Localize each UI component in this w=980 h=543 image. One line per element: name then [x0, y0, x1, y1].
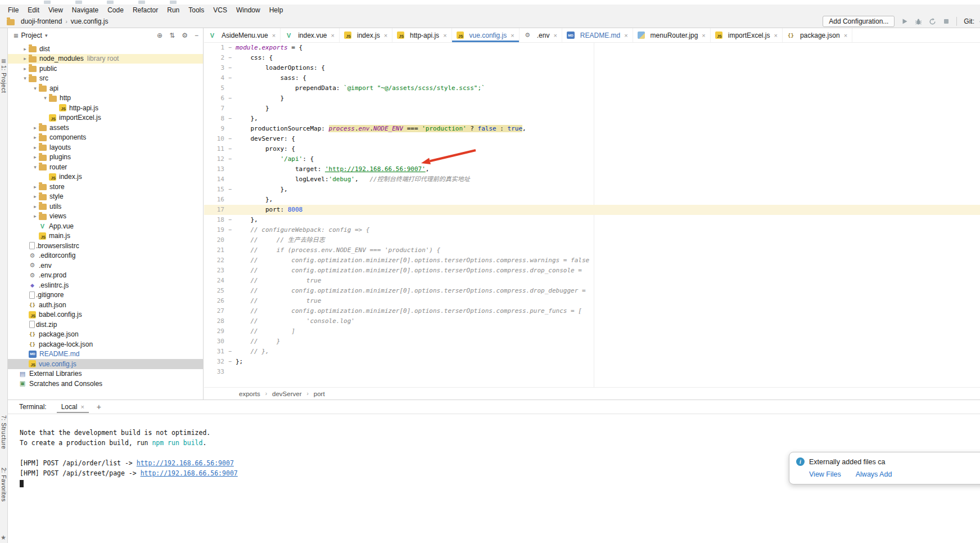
fold-icon[interactable]: − [224, 73, 236, 83]
chevron-collapsed-icon[interactable]: ▸ [21, 56, 29, 61]
code-line-20[interactable]: 20 // // 生产去除日志 [204, 235, 980, 245]
editor-tab-package-json[interactable]: {}package.json× [783, 28, 852, 42]
tree-item-store[interactable]: ▸store [8, 182, 203, 192]
fold-icon[interactable]: − [224, 114, 236, 124]
tree-item-plugins[interactable]: ▸plugins [8, 152, 203, 163]
close-tab-icon[interactable]: × [702, 32, 705, 39]
chevron-collapsed-icon[interactable]: ▸ [21, 46, 29, 52]
gear-icon[interactable]: ⚙ [182, 32, 188, 39]
tree-item-api[interactable]: ▾api [8, 83, 203, 93]
tool-strip-project[interactable]: 1: Project [1, 65, 7, 93]
project-panel-title[interactable]: Project [21, 32, 42, 39]
fold-icon[interactable]: − [224, 225, 236, 235]
editor-tab-asidemenu-vue[interactable]: VAsideMenu.vue× [204, 28, 281, 42]
menu-window[interactable]: Window [232, 5, 265, 15]
editor-tab-index-vue[interactable]: Vindex.vue× [281, 28, 340, 42]
tree-item-vue-config-js[interactable]: JSvue.config.js [8, 359, 203, 369]
tree-item-http-api-js[interactable]: JShttp-api.js [8, 103, 203, 113]
fold-icon[interactable]: − [224, 185, 236, 195]
new-terminal-icon[interactable]: + [97, 402, 101, 411]
tool-strip-structure[interactable]: 7: Structure [1, 415, 7, 449]
code-line-33[interactable]: 33 [204, 367, 980, 377]
menu-code[interactable]: Code [103, 5, 128, 15]
fold-icon[interactable]: − [224, 63, 236, 73]
editor-tab-importexcel-js[interactable]: JSimportExcel.js× [711, 28, 783, 42]
tree-item-utils[interactable]: ▸utils [8, 201, 203, 212]
tree-item-app-vue[interactable]: VApp.vue [8, 221, 203, 231]
code-line-18[interactable]: 18− }, [204, 215, 980, 225]
fold-icon[interactable]: − [224, 357, 236, 367]
code-line-10[interactable]: 10− devServer: { [204, 134, 980, 144]
tree-item-src[interactable]: ▾src [8, 74, 203, 84]
menu-navigate[interactable]: Navigate [67, 5, 103, 15]
chevron-collapsed-icon[interactable]: ▸ [31, 213, 39, 219]
fold-icon[interactable]: − [224, 347, 236, 357]
tree-item-package-lock-json[interactable]: {}package-lock.json [8, 339, 203, 349]
close-tab-icon[interactable]: × [272, 32, 276, 39]
chevron-collapsed-icon[interactable]: ▸ [31, 125, 39, 131]
menu-tools[interactable]: Tools [184, 5, 209, 15]
menu-help[interactable]: Help [265, 5, 288, 15]
tree-item-browserslistrc[interactable]: .browserslistrc [8, 241, 203, 251]
code-line-21[interactable]: 21 // if (process.env.NODE_ENV === 'prod… [204, 245, 980, 255]
code-line-8[interactable]: 8− }, [204, 114, 980, 124]
tree-item-assets[interactable]: ▸assets [8, 123, 203, 133]
code-line-2[interactable]: 2− css: { [204, 53, 980, 63]
breadcrumb-devserver[interactable]: devServer [272, 391, 301, 397]
tree-item-editorconfig[interactable]: ⚙.editorconfig [8, 251, 203, 261]
add-configuration-button[interactable]: Add Configuration... [823, 16, 895, 27]
code-line-31[interactable]: 31− // }, [204, 347, 980, 357]
close-tab-icon[interactable]: × [443, 32, 446, 39]
tree-item-dist-zip[interactable]: dist.zip [8, 320, 203, 330]
tree-item-env-prod[interactable]: ⚙.env.prod [8, 271, 203, 281]
tree-item-package-json[interactable]: {}package.json [8, 330, 203, 340]
code-line-13[interactable]: 13 target: 'http://192.168.66.56:9007', [204, 164, 980, 174]
project-view-icon[interactable]: ▦ [13, 33, 19, 38]
view-files-link[interactable]: View Files [809, 470, 841, 478]
tree-item-layouts[interactable]: ▸layouts [8, 142, 203, 152]
debug-icon[interactable] [915, 18, 922, 25]
close-tab-icon[interactable]: × [774, 32, 777, 39]
menu-edit[interactable]: Edit [23, 5, 44, 15]
code-line-24[interactable]: 24 // true [204, 276, 980, 286]
fold-icon[interactable]: − [224, 154, 236, 164]
chevron-collapsed-icon[interactable]: ▸ [21, 66, 29, 71]
chevron-collapsed-icon[interactable]: ▸ [31, 204, 39, 209]
menu-vcs[interactable]: VCS [209, 5, 232, 15]
fold-icon[interactable]: − [224, 53, 236, 63]
fold-icon[interactable]: − [224, 144, 236, 154]
tree-item-index-js[interactable]: JSindex.js [8, 172, 203, 182]
code-line-32[interactable]: 32−}; [204, 357, 980, 367]
tree-item-importexcel-js[interactable]: JSimportExcel.js [8, 113, 203, 123]
tree-item-style[interactable]: ▸style [8, 192, 203, 202]
code-line-3[interactable]: 3− loaderOptions: { [204, 63, 980, 73]
fold-icon[interactable]: − [224, 215, 236, 225]
chevron-collapsed-icon[interactable]: ▸ [31, 145, 39, 150]
menu-view[interactable]: View [44, 5, 67, 15]
editor-tab-menurouter-jpg[interactable]: menuRouter.jpg× [633, 28, 711, 42]
run-with-coverage-icon[interactable] [929, 18, 936, 25]
tree-item-views[interactable]: ▸views [8, 212, 203, 222]
tool-strip-favorites[interactable]: 2: Favorites [1, 468, 7, 502]
tree-item-main-js[interactable]: JSmain.js [8, 231, 203, 241]
tree-item-node-modules[interactable]: ▸node_moduleslibrary root [8, 54, 203, 64]
close-tab-icon[interactable]: × [553, 32, 557, 39]
code-line-30[interactable]: 30 // } [204, 336, 980, 347]
editor-tab-env[interactable]: ⚙.env× [520, 28, 562, 42]
editor-tab-readme-md[interactable]: MDREADME.md× [562, 28, 633, 42]
breadcrumb-file[interactable]: vue.config.js [71, 17, 109, 25]
chevron-expanded-icon[interactable]: ▾ [31, 164, 39, 170]
tree-item-readme-md[interactable]: MDREADME.md [8, 349, 203, 360]
tree-item-public[interactable]: ▸public [8, 64, 203, 74]
fold-icon[interactable]: − [224, 134, 236, 144]
run-icon[interactable] [901, 18, 908, 25]
terminal-tab-local[interactable]: Local × [57, 401, 89, 413]
code-line-17[interactable]: 17 port: 8008 [204, 205, 980, 215]
code-line-7[interactable]: 7 } [204, 104, 980, 114]
code-line-5[interactable]: 5 prependData: `@import "~@/assets/scss/… [204, 83, 980, 93]
menu-file[interactable]: File [3, 5, 23, 15]
chevron-collapsed-icon[interactable]: ▸ [31, 194, 39, 199]
tree-item-router[interactable]: ▾router [8, 162, 203, 172]
close-tab-icon[interactable]: × [624, 32, 627, 39]
tree-item-gitignore[interactable]: .gitignore [8, 290, 203, 300]
